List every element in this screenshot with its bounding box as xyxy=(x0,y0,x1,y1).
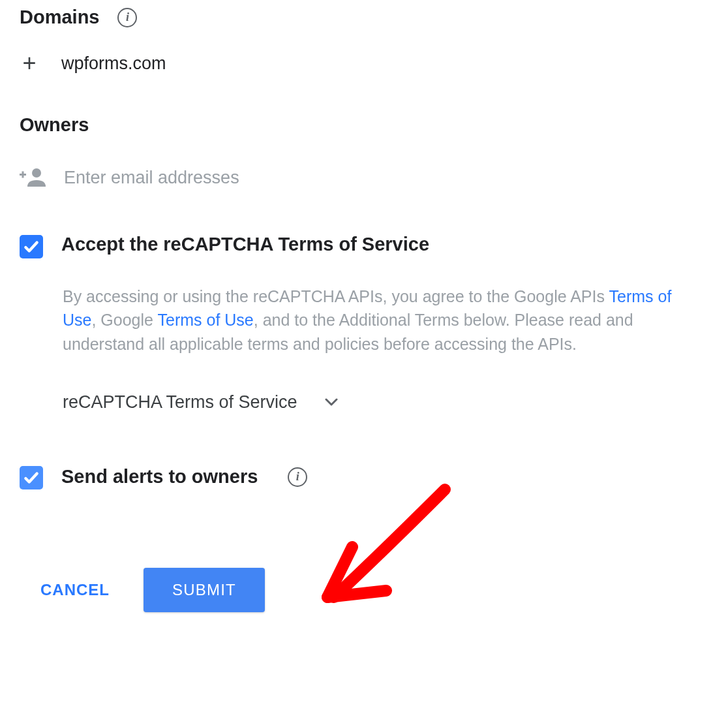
svg-rect-1 xyxy=(22,172,24,178)
tos-section: Accept the reCAPTCHA Terms of Service By… xyxy=(20,234,708,412)
tos-checkbox[interactable] xyxy=(20,235,43,258)
annotation-arrow xyxy=(301,476,471,627)
domains-title: Domains xyxy=(20,7,99,28)
tos-desc-text-1: By accessing or using the reCAPTCHA APIs… xyxy=(63,287,609,305)
info-icon[interactable]: i xyxy=(117,8,137,27)
owners-title: Owners xyxy=(20,114,708,136)
submit-button[interactable]: SUBMIT xyxy=(144,568,265,612)
info-icon[interactable]: i xyxy=(288,467,307,487)
alerts-label: Send alerts to owners xyxy=(61,466,258,488)
email-field[interactable] xyxy=(64,168,455,188)
alerts-row: Send alerts to owners i xyxy=(20,465,708,489)
tos-dropdown-label: reCAPTCHA Terms of Service xyxy=(63,392,297,412)
chevron-down-icon xyxy=(324,394,339,410)
tos-link-google[interactable]: Terms of Use xyxy=(157,311,253,329)
cancel-button[interactable]: CANCEL xyxy=(40,581,110,599)
alerts-checkbox[interactable] xyxy=(20,466,43,489)
button-row: CANCEL SUBMIT xyxy=(40,568,708,612)
tos-dropdown[interactable]: reCAPTCHA Terms of Service xyxy=(63,392,708,412)
owners-row xyxy=(20,167,708,188)
tos-checkbox-label: Accept the reCAPTCHA Terms of Service xyxy=(61,234,429,255)
domains-header: Domains i xyxy=(20,7,708,28)
tos-desc-text-2: , Google xyxy=(91,311,157,329)
tos-checkbox-row: Accept the reCAPTCHA Terms of Service xyxy=(20,234,708,258)
add-person-icon[interactable] xyxy=(20,167,47,188)
svg-point-2 xyxy=(32,168,41,178)
tos-description: By accessing or using the reCAPTCHA APIs… xyxy=(63,285,708,356)
domain-row: + wpforms.com xyxy=(20,52,708,75)
domain-item: wpforms.com xyxy=(61,54,166,74)
plus-icon[interactable]: + xyxy=(20,52,39,75)
